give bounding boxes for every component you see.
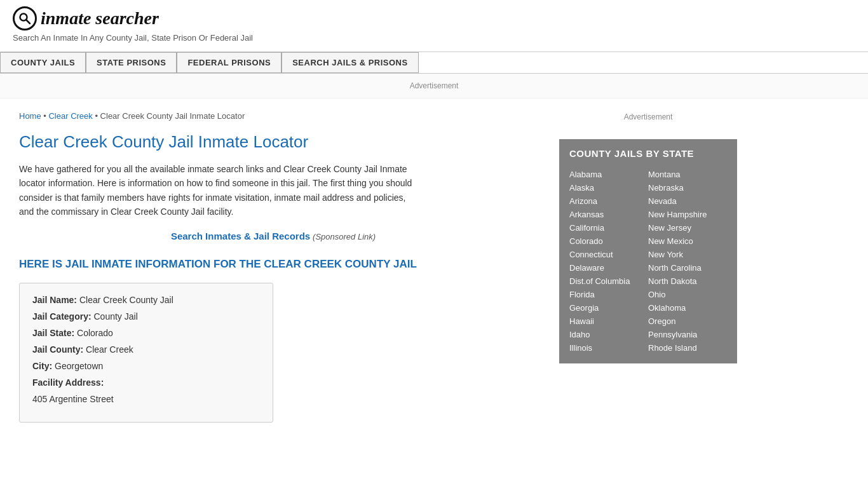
state-new-mexico[interactable]: New Mexico [648,234,727,248]
info-label-name: Jail Name: [32,295,77,305]
ad-bar-top: Advertisement [0,74,868,98]
description-text: We have gathered for you all the availab… [19,162,413,219]
state-rhode-island[interactable]: Rhode Island [648,341,727,355]
info-box: Jail Name: Clear Creek County Jail Jail … [19,283,273,423]
info-label-address: Facility Address: [32,377,104,388]
info-label-category: Jail Category: [32,311,92,322]
state-illinois[interactable]: Illinois [569,341,648,355]
state-connecticut[interactable]: Connecticut [569,248,648,261]
nav-state-prisons[interactable]: STATE PRISONS [86,52,177,73]
county-jails-by-state-title: COUNTY JAILS BY STATE [569,148,727,159]
state-arkansas[interactable]: Arkansas [569,208,648,221]
states-col1: Alabama Alaska Arizona Arkansas Californ… [569,168,648,355]
info-value-state-text: Colorado [77,328,113,338]
info-label-state: Jail State: [32,328,74,338]
breadcrumb-county[interactable]: Clear Creek [48,111,92,121]
state-alaska[interactable]: Alaska [569,181,648,194]
info-value-address: 405 Argentine Street [32,394,114,404]
nav-county-jails[interactable]: COUNTY JAILS [0,52,86,73]
states-grid: Alabama Alaska Arizona Arkansas Californ… [569,168,727,355]
state-hawaii[interactable]: Hawaii [569,315,648,328]
state-alabama[interactable]: Alabama [569,168,648,181]
logo-text: inmate searcher [41,8,159,29]
nav-federal-prisons[interactable]: FEDERAL PRISONS [177,52,281,73]
main-layout: Home • Clear Creek • Clear Creek County … [0,98,868,435]
content-area: Home • Clear Creek • Clear Creek County … [0,98,546,435]
sidebar-ad: Advertisement [559,105,737,129]
state-idaho[interactable]: Idaho [569,328,648,341]
info-label-county: Jail County: [32,344,83,355]
info-row-county: Jail County: Clear Creek [32,344,260,355]
state-new-york[interactable]: New York [648,248,727,261]
sidebar: Advertisement COUNTY JAILS BY STATE Alab… [546,98,750,435]
state-delaware[interactable]: Delaware [569,261,648,274]
state-north-carolina[interactable]: North Carolina [648,261,727,274]
svg-line-1 [27,20,31,24]
page-title: Clear Creek County Jail Inmate Locator [19,132,527,152]
state-ohio[interactable]: Ohio [648,288,727,301]
logo-icon [13,6,37,30]
breadcrumb-home[interactable]: Home [19,111,41,121]
state-oregon[interactable]: Oregon [648,315,727,328]
sponsored-text: (Sponsored Link) [313,232,376,241]
info-row-address-label: Facility Address: [32,377,260,388]
info-row-city: City: Georgetown [32,361,260,371]
state-pennsylvania[interactable]: Pennsylvania [648,328,727,341]
search-inmates-link[interactable]: Search Inmates & Jail Records [171,231,310,241]
states-col2: Montana Nebraska Nevada New Hampshire Ne… [648,168,727,355]
info-label-city: City: [32,361,52,371]
info-value-category-text: County Jail [93,311,137,322]
state-oklahoma[interactable]: Oklahoma [648,301,727,315]
info-value-name-text: Clear Creek County Jail [79,295,173,305]
nav-bar: COUNTY JAILS STATE PRISONS FEDERAL PRISO… [0,52,868,73]
tagline: Search An Inmate In Any County Jail, Sta… [13,33,855,43]
state-florida[interactable]: Florida [569,288,648,301]
nav-search-jails[interactable]: SEARCH JAILS & PRISONS [281,52,418,73]
info-row-name: Jail Name: Clear Creek County Jail [32,295,260,305]
county-jails-by-state-box: COUNTY JAILS BY STATE Alabama Alaska Ari… [559,139,737,363]
info-value-city-text: Georgetown [55,361,103,371]
state-nebraska[interactable]: Nebraska [648,181,727,194]
state-new-hampshire[interactable]: New Hampshire [648,208,727,221]
state-nevada[interactable]: Nevada [648,194,727,208]
state-montana[interactable]: Montana [648,168,727,181]
info-value-county-text: Clear Creek [86,344,133,355]
breadcrumb: Home • Clear Creek • Clear Creek County … [19,111,527,121]
state-north-dakota[interactable]: North Dakota [648,274,727,288]
info-row-address-value: 405 Argentine Street [32,394,260,404]
state-georgia[interactable]: Georgia [569,301,648,315]
state-arizona[interactable]: Arizona [569,194,648,208]
info-row-state: Jail State: Colorado [32,328,260,338]
state-california[interactable]: California [569,221,648,234]
state-colorado[interactable]: Colorado [569,234,648,248]
info-row-category: Jail Category: County Jail [32,311,260,322]
state-new-jersey[interactable]: New Jersey [648,221,727,234]
state-dc[interactable]: Dist.of Columbia [569,274,648,288]
section-heading: HERE IS JAIL INMATE INFORMATION FOR THE … [19,257,527,272]
header: inmate searcher Search An Inmate In Any … [0,0,868,52]
logo-area: inmate searcher [13,6,855,30]
breadcrumb-current: Clear Creek County Jail Inmate Locator [100,111,245,121]
search-link-area: Search Inmates & Jail Records (Sponsored… [19,231,527,241]
